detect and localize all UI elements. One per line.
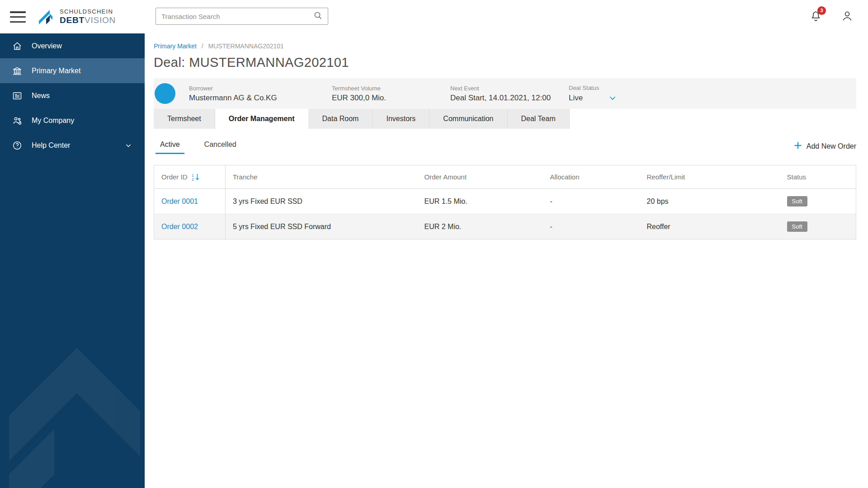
sidebar-item-my-company[interactable]: My Company (0, 108, 145, 133)
sidebar-item-help-center[interactable]: Help Center (0, 133, 145, 158)
termsheet-volume-label: Termsheet Volume (332, 85, 446, 92)
account-button[interactable] (841, 9, 854, 24)
brand-wordmark: SCHULDSCHEIN DEBTVISION (60, 8, 116, 25)
help-icon (12, 140, 23, 151)
chevron-down-icon (608, 93, 618, 103)
news-icon (12, 90, 23, 101)
bank-icon (12, 66, 23, 76)
reoffer-limit-cell: 20 bps (640, 189, 780, 214)
column-header-reoffer-limit: Reoffer/Limit (640, 165, 780, 189)
borrower-label: Borrower (189, 85, 327, 92)
sidebar-item-news[interactable]: News (0, 83, 145, 108)
subtab-active[interactable]: Active (156, 139, 184, 154)
status-badge: Soft (787, 221, 807, 232)
tranche-cell: 3 yrs Fixed EUR SSD (226, 189, 417, 214)
table-header-row: Order ID 1 2 (154, 165, 856, 189)
add-new-order-button[interactable]: Add New Order (793, 141, 856, 152)
order-amount-cell: EUR 2 Mio. (417, 214, 543, 239)
deal-tabs: Termsheet Order Management Data Room Inv… (154, 109, 856, 129)
tab-data-room[interactable]: Data Room (309, 109, 373, 129)
debtvision-logo-icon (36, 7, 55, 26)
termsheet-volume-field: Termsheet Volume EUR 300,0 Mio. (332, 85, 450, 103)
chevron-down-icon (124, 141, 133, 150)
breadcrumb-current: MUSTERMANNAG202101 (208, 42, 284, 50)
notification-count-badge: 3 (817, 6, 826, 15)
deal-status-label: Deal Status (569, 84, 618, 91)
brand-line2: DEBTVISION (60, 15, 116, 25)
sidebar: Overview Primary Market (0, 33, 145, 488)
sidebar-item-primary-market[interactable]: Primary Market (0, 58, 145, 83)
search-icon[interactable] (313, 11, 322, 22)
next-event-value: Deal Start, 14.01.2021, 12:00 (450, 94, 564, 103)
termsheet-volume-value: EUR 300,0 Mio. (332, 94, 446, 103)
main-content: Primary Market / MUSTERMANNAG202101 Deal… (145, 33, 868, 488)
order-amount-cell: EUR 1.5 Mio. (417, 189, 543, 214)
orders-table-container: Order ID 1 2 (154, 165, 856, 239)
topbar: SCHULDSCHEIN DEBTVISION 3 (0, 0, 868, 33)
deal-info-band: Borrower Mustermann AG & Co.KG Termsheet… (154, 78, 856, 109)
table-row: Order 0001 3 yrs Fixed EUR SSD EUR 1.5 M… (154, 189, 856, 214)
borrower-value: Mustermann AG & Co.KG (189, 94, 327, 103)
breadcrumb-primary-market-link[interactable]: Primary Market (154, 42, 197, 50)
order-0002-link[interactable]: Order 0002 (161, 223, 198, 230)
sidebar-item-label: My Company (32, 117, 74, 125)
add-new-order-label: Add New Order (807, 142, 856, 150)
deal-status-value: Live (569, 94, 583, 103)
column-header-status: Status (780, 165, 856, 189)
next-event-label: Next Event (450, 85, 564, 92)
tab-order-management[interactable]: Order Management (215, 109, 309, 129)
tab-communication[interactable]: Communication (429, 109, 507, 129)
svg-text:1: 1 (192, 173, 194, 177)
svg-text:2: 2 (192, 177, 194, 182)
borrower-avatar (155, 83, 175, 104)
tab-investors[interactable]: Investors (373, 109, 429, 129)
column-header-tranche: Tranche (226, 165, 417, 189)
allocation-cell: - (543, 214, 640, 239)
column-header-order-amount: Order Amount (417, 165, 543, 189)
borrower-field: Borrower Mustermann AG & Co.KG (189, 85, 332, 103)
tab-termsheet[interactable]: Termsheet (154, 109, 215, 129)
column-header-allocation: Allocation (543, 165, 640, 189)
sidebar-item-label: Overview (32, 42, 62, 50)
sidebar-watermark-logo (0, 280, 145, 488)
sidebar-item-label: Primary Market (32, 67, 80, 75)
search-input[interactable] (161, 13, 313, 20)
plus-icon (793, 141, 802, 152)
status-badge: Soft (787, 196, 807, 206)
allocation-cell: - (543, 189, 640, 214)
brand-logo[interactable]: SCHULDSCHEIN DEBTVISION (36, 7, 116, 26)
table-row: Order 0002 5 yrs Fixed EUR SSD Forward E… (154, 214, 856, 239)
sort-numeric-icon[interactable]: 1 2 (191, 173, 200, 182)
notifications-button[interactable]: 3 (810, 10, 822, 24)
topbar-actions: 3 (810, 0, 854, 33)
breadcrumb: Primary Market / MUSTERMANNAG202101 (154, 42, 856, 50)
orders-table: Order ID 1 2 (154, 165, 856, 239)
bell-icon (810, 16, 822, 23)
transaction-search (156, 8, 328, 25)
breadcrumb-separator: / (202, 42, 203, 50)
next-event-field: Next Event Deal Start, 14.01.2021, 12:00 (450, 85, 569, 103)
sidebar-item-label: News (32, 92, 50, 100)
sidebar-item-overview[interactable]: Overview (0, 33, 145, 58)
reoffer-limit-cell: Reoffer (640, 214, 780, 239)
user-icon (841, 16, 854, 23)
sidebar-item-label: Help Center (32, 141, 70, 150)
company-users-gear-icon (12, 115, 23, 126)
order-subtabs: Active Cancelled (154, 139, 241, 154)
tranche-cell: 5 yrs Fixed EUR SSD Forward (226, 214, 417, 239)
column-header-order-id[interactable]: Order ID 1 2 (154, 165, 226, 189)
order-0001-link[interactable]: Order 0001 (161, 197, 198, 205)
home-icon (12, 41, 23, 52)
orders-toolbar: Active Cancelled Add New Order (154, 139, 856, 154)
subtab-cancelled[interactable]: Cancelled (200, 139, 241, 154)
deal-status-field: Deal Status Live (569, 84, 622, 103)
page-title: Deal: MUSTERMANNAG202101 (154, 55, 856, 70)
brand-line1: SCHULDSCHEIN (60, 8, 116, 15)
deal-status-dropdown[interactable]: Live (569, 93, 618, 103)
hamburger-menu-icon[interactable] (10, 11, 26, 23)
tab-deal-team[interactable]: Deal Team (508, 109, 570, 129)
